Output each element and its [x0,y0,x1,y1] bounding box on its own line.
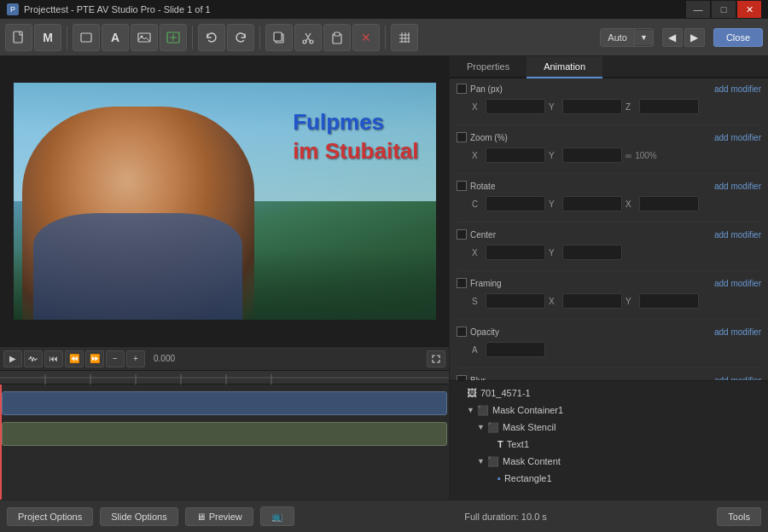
tree-label-2: Mask Container1 [492,405,563,415]
zoom-section: Zoom (%) add modifier X Y ∞ 100% [457,132,761,174]
expand-button[interactable] [427,350,445,367]
tab-animation[interactable]: Animation [527,56,602,78]
window-title: Projecttest - PTE AV Studio Pro - Slide … [24,4,211,14]
slide-options-button[interactable]: Slide Options [100,507,177,526]
separator1 [67,26,67,49]
separator4 [385,26,386,49]
auto-arrow[interactable]: ▼ [635,30,653,45]
rotate-x-input[interactable] [639,196,699,211]
play-button[interactable]: ▶ [3,350,22,367]
separator3 [259,26,260,49]
rotate-add-modifier[interactable]: add modifier [714,182,761,191]
rewind-button[interactable]: ⏮ [44,350,63,367]
framing-s-input[interactable] [486,293,545,309]
delete-button[interactable]: ✕ [352,24,380,51]
pan-x-input[interactable] [486,99,545,114]
tree-item-6[interactable]: ▪ Rectangle1 [457,470,761,487]
image-button[interactable] [131,24,158,51]
rotate-checkbox[interactable] [457,181,467,191]
nav-prev-button[interactable]: ◀ [662,28,683,47]
center-x-label: X [472,248,482,257]
center-checkbox[interactable] [457,229,467,240]
paste-button[interactable] [323,24,351,51]
center-add-modifier[interactable]: add modifier [714,230,761,240]
minimize-button[interactable]: — [686,1,710,18]
tree-item-5[interactable]: ▼ ⬛ Mask Content [457,453,761,470]
pan-z-input[interactable] [639,99,699,114]
center-y-label: Y [549,248,559,257]
screen-button[interactable]: 📺 [260,506,294,526]
zoom-in-button[interactable]: + [126,350,145,367]
new-button[interactable] [5,24,32,51]
preview-icon: 🖥 [196,512,206,522]
timeline-time: 0.000 [154,354,175,363]
rect-button[interactable] [73,24,100,51]
auto-group: Auto ▼ [600,28,654,47]
copy-button[interactable] [265,24,293,51]
m-button[interactable]: M [34,24,61,51]
tree-item-4[interactable]: T Text1 [457,436,761,453]
framing-add-modifier[interactable]: add modifier [714,279,761,288]
tree-label-3: Mask Stencil [503,422,556,432]
pan-checkbox[interactable] [457,84,467,94]
zoom-y-input[interactable] [562,147,622,163]
opacity-add-modifier[interactable]: add modifier [714,327,761,337]
opacity-a-input[interactable] [486,342,545,357]
opacity-label: Opacity [470,327,513,337]
cut-button[interactable] [294,24,322,51]
track-block-1 [2,391,447,415]
tree-item-2[interactable]: ▼ ⬛ Mask Container1 [457,402,761,419]
pan-add-modifier[interactable]: add modifier [714,84,761,94]
tree-icon-1: 🖼 [467,387,477,399]
framing-checkbox[interactable] [457,278,467,288]
tree-icon-4: T [497,439,503,449]
maximize-button[interactable]: □ [712,1,736,18]
zoom-y-label: Y [549,151,559,160]
center-y-input[interactable] [562,245,622,260]
zoom-checkbox[interactable] [457,132,467,142]
center-inputs-row: X Y [457,245,761,260]
opacity-checkbox[interactable] [457,327,467,337]
tree-item-3[interactable]: ▼ ⬛ Mask Stencil [457,419,761,436]
framing-y-input[interactable] [639,293,699,309]
opacity-inputs-row: A [457,342,761,357]
step-fwd-button[interactable]: ⏩ [85,350,104,367]
zoom-add-modifier[interactable]: add modifier [714,133,761,142]
step-back-button[interactable]: ⏪ [65,350,84,367]
svg-rect-1 [81,33,91,42]
framing-header-row: Framing add modifier [457,278,761,288]
project-options-button[interactable]: Project Options [7,507,93,526]
tree-item-1[interactable]: 🖼 701_4571-1 [457,385,761,402]
zoom-pct: 100% [635,151,657,160]
grid-button[interactable] [391,24,418,51]
close-main-button[interactable]: Close [713,28,763,47]
nav-next-button[interactable]: ▶ [684,28,705,47]
tree-arrow-3: ▼ [477,423,487,431]
framing-x-input[interactable] [562,293,622,309]
text-button[interactable]: A [102,24,129,51]
waveform-button[interactable] [24,350,43,367]
rotate-y-input[interactable] [562,196,622,211]
rotate-c-input[interactable] [486,196,545,211]
undo-button[interactable] [198,24,225,51]
preview-button[interactable]: 🖥 Preview [185,507,253,526]
titlebar: P Projecttest - PTE AV Studio Pro - Slid… [0,0,768,19]
track-block-2 [2,422,447,446]
center-x-input[interactable] [486,245,545,260]
rotate-label: Rotate [470,182,513,191]
center-header-row: Center add modifier [457,229,761,240]
tree-arrow-5: ▼ [477,457,487,466]
tree-icon-5: ⬛ [487,456,499,467]
redo-button[interactable] [227,24,254,51]
zoom-x-input[interactable] [486,147,545,163]
preview-label: Preview [209,512,242,522]
mask-button[interactable] [160,24,187,51]
tab-properties[interactable]: Properties [450,56,527,78]
close-button[interactable]: ✕ [737,1,761,18]
tools-button[interactable]: Tools [717,507,761,526]
pan-y-input[interactable] [562,99,622,114]
zoom-out-button[interactable]: − [106,350,125,367]
svg-rect-8 [335,32,340,36]
window-controls: — □ ✕ [686,1,761,18]
tree-icon-6: ▪ [497,473,501,483]
